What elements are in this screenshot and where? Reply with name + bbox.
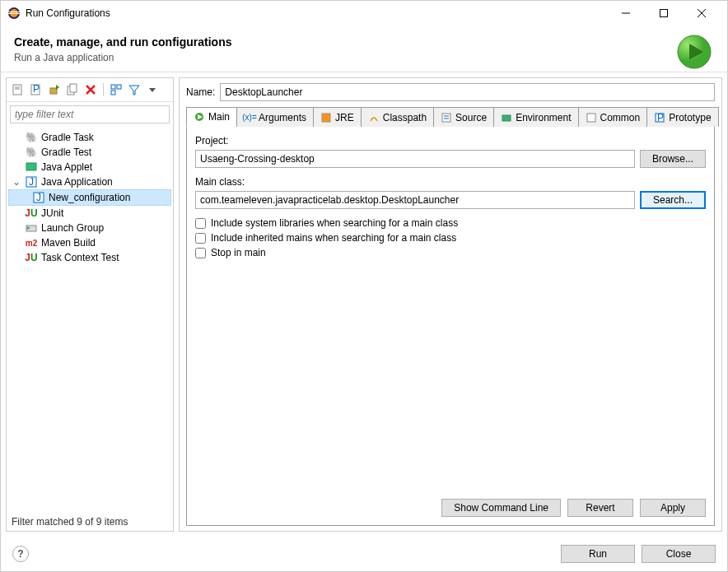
- cb-system-libs[interactable]: Include system libraries when searching …: [195, 217, 706, 229]
- tree-item-launch-group[interactable]: Launch Group: [8, 221, 171, 235]
- filter-dropdown-icon[interactable]: [144, 81, 161, 98]
- action-row: Show Command Line Revert Apply: [195, 492, 706, 517]
- filter-icon[interactable]: [126, 81, 142, 98]
- search-button[interactable]: Search...: [640, 191, 706, 209]
- tab-jre[interactable]: JRE: [313, 107, 362, 127]
- tree-item-java-application[interactable]: ⌄JJava Application: [8, 174, 171, 189]
- launch-group-icon: [25, 221, 38, 235]
- applet-icon: [25, 160, 38, 174]
- junit-icon: JU: [25, 207, 38, 220]
- svg-text:P: P: [33, 83, 40, 95]
- right-panel: Name: Main (x)=Arguments JRE Classpath S…: [179, 77, 722, 532]
- java-app-icon: J: [25, 175, 38, 188]
- left-toolbar: P: [7, 78, 173, 102]
- svg-rect-40: [502, 115, 511, 121]
- tree-item-junit[interactable]: JUJUnit: [8, 206, 171, 221]
- window-title: Run Configurations: [26, 7, 607, 19]
- header-title: Create, manage, and run configurations: [14, 35, 714, 49]
- close-button[interactable]: [683, 1, 721, 26]
- collapse-all-icon[interactable]: [108, 81, 124, 98]
- duplicate-icon[interactable]: [64, 81, 81, 98]
- svg-rect-41: [587, 114, 595, 122]
- browse-button[interactable]: Browse...: [640, 150, 706, 168]
- main-class-input[interactable]: [195, 191, 635, 209]
- tab-content-main: Project: Browse... Main class: Search...…: [186, 127, 715, 526]
- gradle-icon: 🐘: [25, 146, 38, 159]
- svg-rect-22: [111, 85, 115, 89]
- run-hero-icon: [674, 32, 714, 72]
- tree-item-java-applet[interactable]: Java Applet: [8, 160, 171, 174]
- header: Create, manage, and run configurations R…: [1, 26, 727, 72]
- svg-text:J: J: [29, 176, 34, 188]
- svg-rect-36: [322, 114, 330, 122]
- args-icon: (x)=: [244, 112, 255, 123]
- tab-common[interactable]: Common: [578, 107, 648, 127]
- filter-input[interactable]: [10, 105, 170, 123]
- new-proto-icon[interactable]: P: [28, 81, 44, 98]
- tabs: Main (x)=Arguments JRE Classpath Source …: [186, 106, 715, 127]
- java-app-icon: J: [32, 191, 45, 204]
- filter-status: Filter matched 9 of 9 items: [7, 513, 173, 531]
- tree-item-new-configuration[interactable]: JNew_configuration: [8, 189, 171, 206]
- main-area: P 🐘Gradle Task 🐘Gradle Test Java Applet …: [1, 72, 727, 537]
- svg-rect-5: [660, 10, 668, 17]
- window-controls: [607, 1, 721, 26]
- junit-icon: JU: [25, 251, 38, 264]
- cb-stop-main[interactable]: Stop in main: [195, 247, 706, 258]
- project-label: Project:: [195, 135, 706, 146]
- tree-item-gradle-test[interactable]: 🐘Gradle Test: [8, 145, 171, 160]
- left-panel: P 🐘Gradle Task 🐘Gradle Test Java Applet …: [6, 77, 174, 532]
- delete-icon[interactable]: [82, 81, 99, 98]
- footer: ? Run Close: [1, 537, 727, 571]
- titlebar: Run Configurations: [1, 1, 727, 26]
- maximize-button[interactable]: [645, 1, 683, 26]
- expander-icon[interactable]: ⌄: [12, 176, 21, 188]
- svg-rect-23: [117, 85, 121, 89]
- close-dialog-button[interactable]: Close: [642, 545, 716, 563]
- svg-rect-11: [13, 85, 21, 95]
- svg-rect-27: [26, 163, 36, 170]
- cb-inherited-input[interactable]: [195, 233, 206, 244]
- new-config-icon[interactable]: [10, 81, 26, 98]
- help-icon[interactable]: ?: [12, 546, 29, 562]
- svg-rect-19: [70, 84, 77, 92]
- svg-rect-16: [50, 88, 57, 94]
- minimize-button[interactable]: [607, 1, 645, 26]
- tab-source[interactable]: Source: [433, 107, 494, 127]
- svg-marker-25: [129, 86, 139, 95]
- tab-classpath[interactable]: Classpath: [361, 107, 434, 127]
- tab-main[interactable]: Main: [186, 107, 237, 127]
- maven-icon: m2: [25, 236, 38, 249]
- svg-rect-37: [442, 114, 450, 122]
- tree-item-gradle-task[interactable]: 🐘Gradle Task: [8, 130, 171, 145]
- tree-item-task-context-test[interactable]: JUTask Context Test: [8, 250, 171, 265]
- tab-prototype[interactable]: PPrototype: [646, 107, 718, 127]
- header-subtitle: Run a Java application: [14, 52, 714, 63]
- tab-arguments[interactable]: (x)=Arguments: [236, 107, 314, 127]
- proto-icon: P: [654, 112, 665, 123]
- svg-text:J: J: [36, 192, 41, 203]
- svg-text:P: P: [657, 113, 664, 123]
- cb-system-libs-input[interactable]: [195, 218, 206, 229]
- apply-button[interactable]: Apply: [640, 499, 706, 517]
- classpath-icon: [368, 112, 380, 123]
- run-button[interactable]: Run: [561, 545, 635, 563]
- name-input[interactable]: [220, 83, 715, 101]
- eclipse-icon: [7, 7, 21, 20]
- project-input[interactable]: [195, 150, 635, 168]
- svg-rect-24: [111, 91, 115, 95]
- source-icon: [441, 112, 452, 123]
- name-label: Name:: [186, 86, 215, 98]
- svg-marker-17: [56, 85, 59, 90]
- cb-inherited[interactable]: Include inherited mains when searching f…: [195, 232, 706, 244]
- gradle-icon: 🐘: [25, 131, 38, 144]
- config-tree[interactable]: 🐘Gradle Task 🐘Gradle Test Java Applet ⌄J…: [7, 127, 173, 513]
- revert-button[interactable]: Revert: [567, 499, 633, 517]
- cb-stop-main-input[interactable]: [195, 248, 206, 258]
- tree-item-maven-build[interactable]: m2Maven Build: [8, 235, 171, 250]
- tab-environment[interactable]: Environment: [493, 107, 578, 127]
- play-icon: [194, 111, 205, 123]
- show-command-line-button[interactable]: Show Command Line: [441, 499, 561, 517]
- common-icon: [586, 112, 597, 123]
- export-icon[interactable]: [46, 81, 63, 98]
